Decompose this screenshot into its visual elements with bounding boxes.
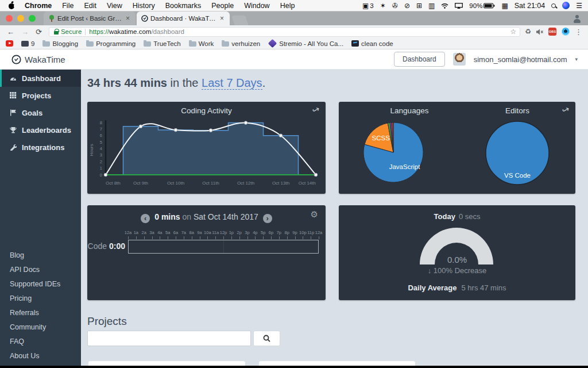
menu-people[interactable]: People (211, 2, 234, 10)
projects-search-input[interactable] (87, 331, 251, 346)
bookmark-stremio-all-you-ca-[interactable]: Stremio - All You Ca... (268, 40, 343, 47)
avast-icon[interactable]: ✶ (380, 2, 386, 10)
tab-dashboard[interactable]: Dashboard · WakaTime × (137, 12, 230, 25)
dashboard-button[interactable]: Dashboard (394, 52, 445, 67)
timeline-header: ‹0 mins on Sat Oct 14th 2017› (87, 212, 326, 223)
bookmark-programming[interactable]: Programming (86, 40, 136, 47)
svg-text:3: 3 (100, 152, 102, 158)
menubar-clock[interactable]: Sat 21:04 (514, 2, 546, 10)
svg-text:5: 5 (100, 140, 102, 145)
previous-day-icon[interactable]: ‹ (141, 214, 150, 223)
bookmark-blogging[interactable]: Blogging (42, 40, 78, 47)
wakatime-logo[interactable]: WakaTime (11, 55, 65, 64)
menu-file[interactable]: File (62, 2, 74, 10)
sidebar-item-dashboard[interactable]: Dashboard (0, 70, 81, 87)
sidebar-link-api-docs[interactable]: API Docs (0, 262, 81, 277)
battery-indicator[interactable]: 90% (469, 2, 495, 9)
close-icon[interactable]: × (125, 14, 131, 22)
browser-toolbar: ← → ⟳ Secure https://wakatime.com/dashbo… (0, 25, 588, 38)
url-scheme: https:// (89, 28, 109, 35)
bookmark-work[interactable]: Work (189, 40, 214, 47)
secure-label[interactable]: Secure (61, 28, 82, 35)
sidebar-link-pricing[interactable]: Pricing (0, 291, 81, 305)
bookmark-truetech[interactable]: TrueTech (144, 40, 181, 47)
bookmark-clean-code[interactable]: clean code (351, 40, 393, 47)
keyboard-icon[interactable]: ⊞ (416, 2, 422, 10)
browser-menu-icon[interactable]: ⋮ (575, 28, 582, 36)
hour-tick (152, 236, 153, 239)
sidebar-link-blog[interactable]: Blog (0, 248, 81, 262)
bookmark-9[interactable]: 9 (21, 40, 34, 47)
code-row-label: Code 0:00 (87, 241, 125, 251)
timeline-date: Sat Oct 14th 2017 (194, 212, 258, 221)
sidebar-item-projects[interactable]: Projects (0, 87, 81, 104)
extension-eye-icon[interactable] (562, 28, 570, 36)
reload-icon[interactable]: ⟳ (36, 28, 42, 36)
menu-view[interactable]: View (107, 2, 122, 10)
menu-history[interactable]: History (133, 2, 155, 10)
hour-tick (136, 236, 137, 239)
menu-help[interactable]: Help (280, 2, 295, 10)
extension-recycle-icon[interactable]: ♻ (525, 28, 531, 36)
sidebar-item-leaderboards[interactable]: Leaderboards (0, 121, 81, 139)
tab-strip: Edit Post ‹ Basic Growth — Wo × Dashboar… (0, 12, 588, 25)
window-zoom-button[interactable] (29, 15, 36, 22)
new-tab-button[interactable] (231, 16, 249, 25)
chevron-down-icon[interactable]: ▾ (575, 56, 578, 62)
sidebar-link-faq[interactable]: FAQ (0, 334, 81, 348)
svg-text:JavaScript: JavaScript (389, 163, 420, 170)
window-minimize-button[interactable] (17, 15, 24, 22)
wifi-icon[interactable] (441, 3, 448, 9)
browser-profile-icon[interactable] (573, 15, 581, 23)
sidebar-link-community[interactable]: Community (0, 320, 81, 334)
hour-tick (192, 236, 192, 239)
sidebar-link-referrals[interactable]: Referrals (0, 305, 81, 320)
grid-icon (10, 92, 17, 99)
memory-icon[interactable]: ▥ (428, 2, 435, 10)
airplay-icon[interactable] (455, 3, 463, 9)
bookmark-star-icon[interactable]: ☆ (510, 28, 516, 36)
user-email[interactable]: simon_somlai@hotmail.com (474, 55, 567, 64)
tab-title: Dashboard · WakaTime (150, 15, 216, 22)
sidebar-footer-links: BlogAPI DocsSupported IDEsPricingReferra… (0, 248, 81, 363)
code-timeline-track (128, 240, 319, 254)
spotlight-icon[interactable] (551, 3, 556, 8)
extension-mute-icon[interactable] (536, 29, 543, 35)
menu-bookmarks[interactable]: Bookmarks (165, 2, 202, 10)
sidebar-item-goals[interactable]: Goals (0, 104, 81, 121)
close-icon[interactable]: × (219, 14, 225, 22)
apple-menu-icon[interactable] (8, 2, 16, 9)
sidebar-item-label: Integrations (22, 143, 64, 152)
window-close-button[interactable] (6, 15, 13, 22)
gauge-percent: 0.0% (339, 255, 575, 264)
hour-tick (231, 236, 232, 239)
tab-edit-post[interactable]: Edit Post ‹ Basic Growth — Wo × (44, 12, 136, 25)
hour-tick (279, 236, 280, 239)
user-avatar[interactable] (453, 53, 466, 66)
bookmark-verhuizen[interactable]: verhuizen (222, 40, 260, 47)
day-timeline-panel: ‹0 mins on Sat Oct 14th 2017› ⚙ 12a1a2a3… (87, 205, 326, 300)
paperclip-icon[interactable]: ✇ (392, 2, 398, 10)
menu-edit[interactable]: Edit (84, 2, 96, 10)
back-icon[interactable]: ← (7, 28, 14, 36)
layers-icon[interactable]: ▣3 (362, 2, 374, 10)
forward-icon[interactable]: → (21, 28, 29, 36)
input-source-icon[interactable]: ▦ (501, 2, 508, 10)
extension-red-badge-icon[interactable]: OBS (548, 28, 556, 36)
flag-icon (10, 109, 17, 116)
notification-center-icon[interactable]: ☰ (576, 2, 582, 10)
sidebar-item-integrations[interactable]: Integrations (0, 139, 81, 156)
menu-window[interactable]: Window (244, 2, 269, 10)
next-day-icon[interactable]: › (263, 214, 272, 223)
do-not-disturb-icon[interactable]: ⊘ (404, 2, 410, 10)
sidebar-link-about-us[interactable]: About Us (0, 348, 81, 363)
gear-icon[interactable]: ⚙ (311, 209, 318, 220)
bookmark-youtube[interactable] (6, 40, 13, 47)
address-bar[interactable]: Secure https://wakatime.com/dashboard ☆ (49, 27, 520, 37)
sidebar-link-supported-ides[interactable]: Supported IDEs (0, 277, 81, 291)
projects-search-button[interactable] (253, 331, 280, 346)
menu-chrome[interactable]: Chrome (25, 2, 52, 10)
siri-icon[interactable] (562, 2, 570, 9)
last-7-days-link[interactable]: Last 7 Days (202, 76, 262, 90)
tab-title: Edit Post ‹ Basic Growth — Wo (57, 15, 122, 22)
